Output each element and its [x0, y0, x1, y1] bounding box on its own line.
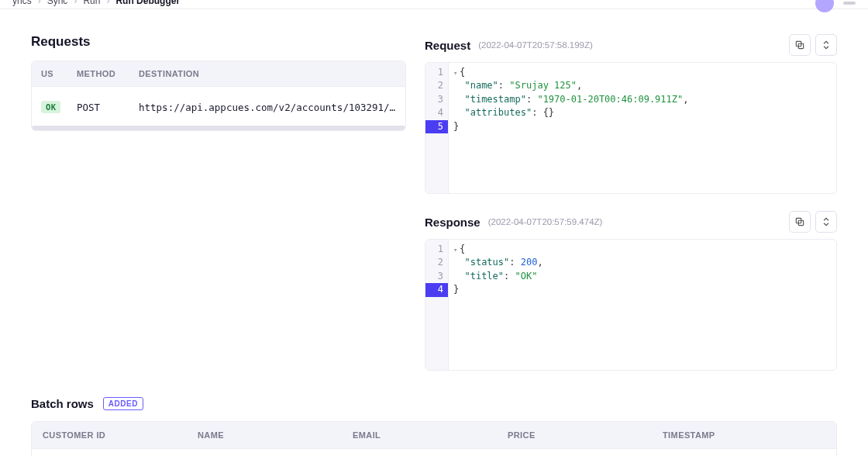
status-badge: OK — [41, 101, 60, 113]
breadcrumb-sep: › — [74, 0, 77, 6]
expand-button[interactable] — [815, 211, 837, 233]
breadcrumb-sep: › — [38, 0, 41, 6]
response-panel-timestamp: (2022-04-07T20:57:59.474Z) — [488, 217, 603, 226]
batch-rows-badge: ADDED — [103, 397, 143, 410]
col-destination: DESTINATION — [129, 69, 396, 78]
col-email: EMAIL — [353, 430, 508, 440]
requests-title: Requests — [31, 34, 406, 50]
batch-rows-title: Batch rows — [31, 397, 94, 410]
response-code[interactable]: 1234 ▾{ "status": 200, "title": "OK"} — [425, 239, 837, 371]
topbar: yncs › Sync › Run › Run Debugger — [0, 0, 868, 9]
breadcrumb: yncs › Sync › Run › Run Debugger — [12, 0, 180, 6]
request-method: POST — [67, 102, 129, 113]
request-panel: Request (2022-04-07T20:57:58.199Z) 12345… — [425, 34, 837, 194]
requests-table: US METHOD DESTINATION OK POST https://ap… — [31, 60, 406, 131]
batch-rows-table: CUSTOMER ID NAME EMAIL PRICE TIMESTAMP 2… — [31, 421, 837, 456]
copy-button[interactable] — [789, 34, 811, 56]
col-price: PRICE — [508, 430, 663, 440]
request-panel-title: Request — [425, 39, 470, 52]
horizontal-scrollbar[interactable] — [32, 126, 405, 130]
breadcrumb-item-current: Run Debugger — [115, 0, 180, 6]
request-code[interactable]: 12345 ▾{ "name": "Srujay 125", "timestam… — [425, 62, 837, 194]
batch-table-header: CUSTOMER ID NAME EMAIL PRICE TIMESTAMP — [32, 422, 836, 448]
col-method: METHOD — [67, 69, 129, 78]
breadcrumb-item[interactable]: yncs — [12, 0, 32, 6]
requests-table-row[interactable]: OK POST https://api.appcues.com/v2/accou… — [32, 86, 405, 127]
menu-icon[interactable] — [843, 2, 856, 5]
response-panel: Response (2022-04-07T20:57:59.474Z) 1234… — [425, 211, 837, 371]
requests-table-header: US METHOD DESTINATION — [32, 61, 405, 86]
breadcrumb-item[interactable]: Run — [83, 0, 100, 6]
breadcrumb-sep: › — [106, 0, 109, 6]
col-status: US — [32, 69, 67, 78]
col-timestamp: TIMESTAMP — [663, 430, 825, 440]
request-destination: https://api.appcues.com/v2/accounts/1032… — [129, 102, 396, 113]
batch-rows-section: Batch rows ADDED CUSTOMER ID NAME EMAIL … — [0, 388, 868, 456]
table-row[interactable]: 286 Srujay 125 sk@123.com $300 164436991… — [32, 448, 836, 456]
avatar[interactable] — [815, 0, 834, 12]
copy-button[interactable] — [789, 211, 811, 233]
breadcrumb-item[interactable]: Sync — [47, 0, 68, 6]
col-customer-id: CUSTOMER ID — [43, 430, 198, 440]
request-panel-timestamp: (2022-04-07T20:57:58.199Z) — [478, 40, 593, 50]
expand-button[interactable] — [815, 34, 837, 56]
response-panel-title: Response — [425, 216, 480, 229]
col-name: NAME — [198, 430, 353, 440]
